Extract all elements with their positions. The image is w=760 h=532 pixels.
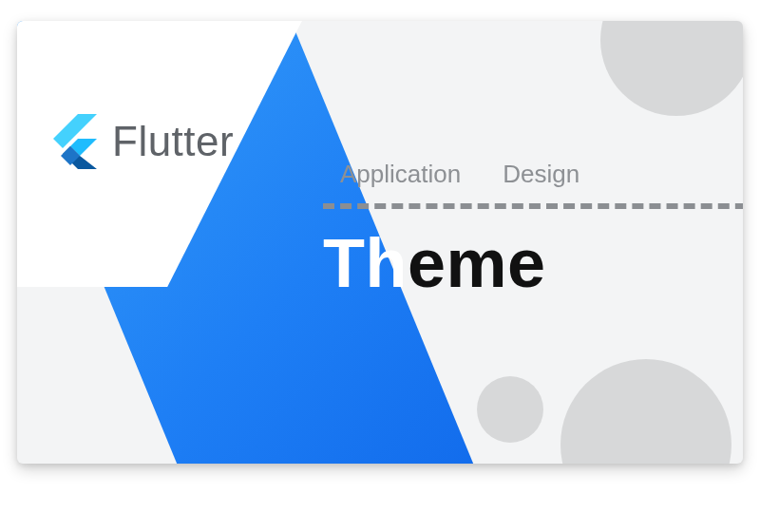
tab-design: Design (503, 162, 580, 186)
banner-card: Flutter Application Design Theme (17, 21, 743, 464)
decorative-circle (477, 376, 543, 443)
tab-labels: Application Design (340, 162, 580, 186)
decorative-circle (600, 21, 743, 116)
brand-name: Flutter (112, 118, 234, 165)
flutter-logo-icon (51, 114, 97, 169)
dashed-divider (323, 203, 743, 209)
title-part-dark: eme (408, 225, 546, 301)
tab-application: Application (340, 162, 461, 186)
preview-canvas: Flutter Application Design Theme (0, 0, 760, 532)
decorative-circle (560, 359, 732, 464)
main-title: Theme (323, 224, 546, 302)
title-part-white: Th (323, 225, 408, 301)
brand-block: Flutter (51, 114, 234, 169)
